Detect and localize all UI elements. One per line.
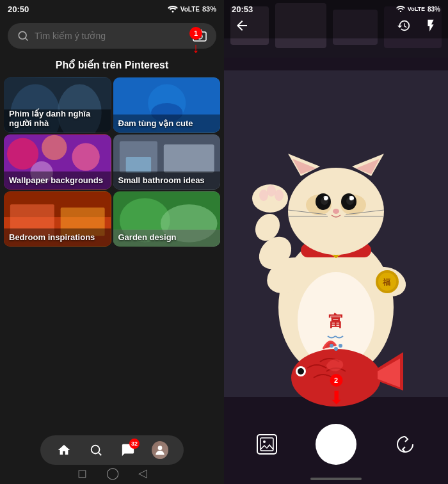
nav-chat[interactable]: 32 (120, 442, 136, 458)
bathroom-label: Small bathroom ideas (113, 172, 221, 190)
grid-item-bedroom[interactable]: Bedroom inspirations (4, 191, 111, 246)
svg-point-36 (158, 446, 163, 450)
gallery-button[interactable] (255, 433, 278, 456)
nav-search[interactable] (88, 442, 104, 458)
back-arrow-icon[interactable] (234, 18, 250, 33)
svg-point-15 (42, 135, 67, 160)
svg-point-60 (349, 197, 353, 200)
signal-left: VoLTE (180, 6, 200, 13)
home-gesture[interactable]: ◯ (106, 466, 119, 480)
gesture-bar (310, 478, 362, 480)
battery-right: 83% (428, 6, 440, 13)
step1-badge: 1 (189, 27, 202, 40)
svg-point-85 (334, 347, 338, 351)
lte-right: VoLTE (408, 6, 425, 12)
grid-item-garden[interactable]: Garden design (113, 191, 221, 246)
search-nav-icon (89, 443, 103, 457)
time-right: 20:53 (232, 4, 253, 14)
right-panel: 富 福 (224, 0, 448, 484)
camera-scene-bg: 富 福 (224, 0, 448, 484)
status-bar-right: 20:53 VoLTE 83% (224, 0, 448, 18)
nav-profile[interactable] (152, 442, 168, 458)
wifi-icon-right (396, 6, 405, 12)
status-bar-left: 20:50 VoLTE 83% (0, 0, 224, 18)
svg-point-76 (275, 190, 284, 201)
svg-point-34 (92, 446, 100, 454)
time-left: 20:50 (8, 4, 29, 14)
avatar (152, 441, 168, 459)
svg-point-84 (330, 344, 333, 348)
left-panel: 20:50 VoLTE 83% 1 ↓ Phổ biến trên Pinter (0, 0, 224, 484)
home-icon (57, 443, 71, 457)
svg-point-1 (19, 31, 26, 39)
gesture-bar-left: ◻ ◯ ◁ (0, 466, 224, 480)
recents-gesture[interactable]: ◁ (138, 466, 147, 480)
camera-bottom-bar (224, 424, 448, 465)
svg-point-82 (298, 368, 304, 375)
svg-line-35 (99, 453, 101, 455)
section-title: Phổ biến trên Pinterest (0, 59, 224, 71)
step2-arrow: ⬇ (329, 389, 344, 407)
svg-rect-22 (125, 157, 150, 173)
history-icon[interactable] (397, 19, 411, 33)
svg-point-90 (400, 11, 401, 12)
flip-icon (395, 434, 415, 455)
svg-point-16 (72, 143, 99, 170)
svg-point-93 (263, 440, 266, 443)
bottom-nav: 32 (0, 435, 224, 465)
svg-point-61 (333, 209, 339, 214)
step2-badge: 2 (330, 374, 342, 387)
svg-point-74 (259, 190, 268, 201)
dam-label: Đam tùng vận cute (113, 115, 221, 133)
trending-grid: Phim lấy danh nghĩa người nhà Đam tùng v… (0, 77, 224, 246)
svg-point-75 (267, 185, 276, 197)
phim-label: Phim lấy danh nghĩa người nhà (4, 105, 111, 133)
back-gesture[interactable]: ◻ (77, 466, 87, 480)
shutter-button[interactable] (316, 424, 356, 465)
svg-text:富: 富 (328, 312, 344, 330)
grid-item-wallpaper[interactable]: Wallpaper backgrounds (4, 134, 111, 190)
status-icons-right: VoLTE 83% (396, 6, 440, 13)
svg-point-59 (324, 197, 328, 200)
step1-indicator: 1 ↓ (189, 27, 202, 55)
wifi-icon-left (168, 5, 178, 13)
person-icon (154, 444, 166, 456)
garden-label: Garden design (113, 229, 221, 246)
status-icons-left: VoLTE 83% (168, 5, 216, 13)
step2-indicator: 2 ⬇ (329, 374, 344, 407)
svg-line-2 (26, 38, 28, 41)
grid-item-bathroom[interactable]: Small bathroom ideas (113, 134, 221, 190)
search-bar[interactable] (8, 23, 216, 49)
svg-point-0 (172, 11, 173, 13)
gallery-icon (255, 433, 278, 456)
cat-scene: 富 福 (224, 0, 448, 484)
svg-point-86 (339, 344, 342, 348)
grid-item-dam[interactable]: Đam tùng vận cute (113, 77, 221, 133)
step1-arrow: ↓ (193, 41, 200, 55)
search-icon (17, 29, 29, 42)
flash-icon[interactable] (424, 19, 438, 33)
nav-home[interactable] (56, 442, 72, 458)
flip-camera-button[interactable] (394, 433, 417, 456)
grid-item-phim[interactable]: Phim lấy danh nghĩa người nhà (4, 77, 111, 133)
chat-badge: 32 (129, 439, 140, 449)
svg-rect-21 (163, 144, 214, 172)
nav-pill: 32 (40, 435, 184, 465)
wallpaper-label: Wallpaper backgrounds (4, 172, 111, 190)
svg-rect-43 (224, 58, 448, 70)
svg-text:福: 福 (382, 278, 390, 287)
search-input[interactable] (35, 31, 187, 41)
camera-viewfinder: 富 福 (224, 0, 448, 484)
bottom-gesture-right (224, 478, 448, 480)
battery-left: 83% (202, 5, 216, 13)
bedroom-label: Bedroom inspirations (4, 229, 111, 246)
